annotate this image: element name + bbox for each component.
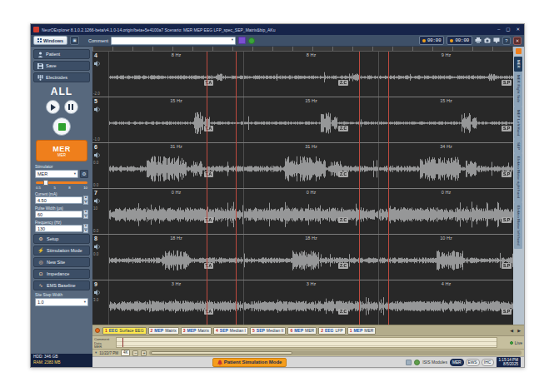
channel-chip-4[interactable]: 5 SEP Median II (250, 327, 286, 335)
workspace-tab-1[interactable]: MER Right Side (514, 72, 522, 106)
exit-button[interactable]: ✕ (513, 37, 522, 45)
module-badge-1[interactable]: EWS (466, 359, 480, 366)
maximize-button[interactable]: ▢ (504, 27, 512, 32)
comment-dropdown[interactable]: ▾ (111, 37, 236, 45)
stimulator-dropdown[interactable]: MER ▾ (35, 170, 78, 178)
workspace-tab-4[interactable]: Elektro Motor right hand (514, 153, 522, 202)
frequency-label: 31 Hz (244, 144, 378, 149)
slider-track[interactable] (36, 181, 87, 184)
waveform-panel[interactable]: 34 Hz S.P (379, 143, 513, 188)
waveform-panel[interactable]: 18 Hz T.A (109, 235, 244, 280)
action-button-2[interactable]: ◎ New Site (33, 257, 90, 267)
zoom-in-button[interactable]: + (141, 350, 147, 356)
channel-chip-0[interactable]: 1 EEG Surface EEG (102, 327, 147, 335)
minimize-button[interactable]: – (496, 27, 502, 32)
cursor-line[interactable] (207, 52, 207, 325)
action-button-3[interactable]: Ω Impedance (33, 269, 90, 279)
speaker-icon[interactable] (94, 152, 101, 158)
speaker-icon[interactable] (94, 61, 101, 67)
annotation-icon[interactable] (238, 37, 246, 44)
waveform-panel[interactable]: 31 Hz T.A (109, 143, 244, 188)
help-button[interactable]: ? (502, 37, 511, 45)
next-page-button[interactable]: ▶ (517, 329, 522, 333)
waveform-panel[interactable]: 15 Hz T.A (109, 97, 244, 142)
waveform-panel[interactable]: 8 Hz T.A (109, 52, 244, 97)
stim-field-input-2[interactable]: 130 (35, 225, 82, 232)
waveform-panel[interactable]: 0 Hz S.P (379, 189, 513, 234)
cursor-line[interactable] (236, 52, 237, 325)
module-badge-0[interactable]: MER (450, 359, 464, 366)
slider-handle[interactable] (43, 180, 48, 186)
display-button[interactable] (493, 37, 500, 43)
waveform-panel[interactable]: 3 Hz T.A (109, 280, 244, 325)
scale-top-label: 0.0 (93, 161, 98, 165)
waveform-canvas (109, 287, 243, 324)
scrollbar-handle[interactable] (151, 351, 292, 355)
zoom-out-button[interactable]: – (132, 350, 138, 356)
patient-button[interactable]: Patient (33, 49, 90, 59)
print-button[interactable] (475, 37, 482, 43)
channel-chip-6[interactable]: 2 EEG LFP (318, 327, 346, 335)
floppy-icon (37, 63, 43, 69)
stim-field-stepper-2[interactable]: ▴▾ (83, 224, 88, 234)
timeline-scrollbar[interactable] (149, 350, 522, 355)
channel-chip-1[interactable]: 2 MEP Matrix (148, 327, 179, 335)
stim-field-stepper-1[interactable]: ▴▾ (83, 210, 88, 220)
waveform-panel[interactable]: 4 Hz S.P (379, 280, 513, 325)
step-down-icon[interactable]: ▾ (83, 229, 88, 234)
save-button[interactable]: Save (33, 61, 90, 71)
waveform-panel[interactable]: 9 Hz S.P (379, 52, 513, 97)
prev-page-button[interactable]: ◀ (509, 329, 514, 333)
cursor-line[interactable] (388, 52, 389, 325)
channel-number: 8 (94, 236, 97, 241)
module-badge-2[interactable]: IHC (482, 359, 494, 366)
record-stop-button[interactable] (52, 117, 71, 136)
speaker-icon[interactable] (94, 290, 101, 295)
site-marker-chip: S.P (502, 217, 512, 223)
workspace-icon[interactable] (516, 48, 522, 54)
speaker-icon[interactable] (94, 107, 101, 112)
channel-chip-7[interactable]: 1 MEP MER (347, 327, 377, 335)
pause-button[interactable] (64, 100, 78, 114)
collapse-icon[interactable]: ▾ (95, 351, 97, 355)
workspace-tab-5[interactable]: Elektro Motor left hand (514, 202, 522, 249)
speaker-icon[interactable] (94, 198, 101, 204)
workspace-tab-3[interactable]: SEP (514, 139, 522, 153)
record-status-icon[interactable] (248, 37, 255, 44)
timeline-cursor[interactable] (122, 338, 123, 347)
channel-chip-name: LFP (335, 328, 342, 333)
timeline-track[interactable] (116, 337, 497, 348)
frequency-label: 8 Hz (109, 52, 243, 57)
frequency-label: 18 Hz (244, 236, 378, 241)
action-button-4[interactable]: ∿ EMS Baseline (33, 280, 90, 290)
stim-field-input-1[interactable]: 60 (35, 211, 82, 218)
channel-chip-3[interactable]: 4 SEP Median I (213, 327, 248, 335)
stimulator-settings-button[interactable]: ⚙ (80, 170, 88, 178)
screenshot-button[interactable] (484, 37, 491, 43)
site-step-dropdown[interactable]: 1.0 ▾ (35, 298, 88, 306)
action-button-0[interactable]: ⚙ Setup (33, 234, 90, 244)
waveform-panel[interactable]: 15 Hz S.P (379, 97, 513, 142)
waveform-panel[interactable]: 10 Hz S.P (379, 235, 513, 280)
step-down-icon[interactable]: ▾ (83, 215, 88, 220)
cursor-line[interactable] (359, 52, 360, 325)
waveform-panel[interactable]: 0 Hz T.A (109, 189, 244, 234)
stim-field-stepper-0[interactable]: ▴▾ (83, 196, 88, 206)
play-button[interactable] (46, 100, 60, 114)
speaker-icon[interactable] (94, 244, 101, 250)
stim-field-input-0[interactable]: 4.50 (35, 196, 82, 204)
workspace-tab-2[interactable]: MEP Left Hand (514, 107, 522, 140)
body-row: Patient Save Electrodes ALL MER MER (31, 47, 524, 367)
windows-button[interactable]: Windows (33, 36, 67, 45)
workspace-tab-0[interactable]: MER (514, 57, 522, 72)
mer-mode-button[interactable]: MER MER (36, 140, 87, 161)
channel-chip-5[interactable]: 6 MEP MER (287, 327, 317, 335)
session-timer-value: 00:00 (427, 37, 442, 43)
close-button[interactable]: ✕ (514, 27, 522, 32)
step-down-icon[interactable]: ▾ (83, 201, 88, 206)
stim-intensity-slider[interactable]: 0.5 5 8 10 (36, 181, 87, 190)
channel-chip-2[interactable]: 3 MEP Matrix (181, 327, 212, 335)
action-button-1[interactable]: ⚡ Stimulation Mode (33, 246, 90, 256)
window-layout-button[interactable]: ▣ (70, 36, 79, 45)
electrodes-button[interactable]: Electrodes (33, 72, 90, 82)
